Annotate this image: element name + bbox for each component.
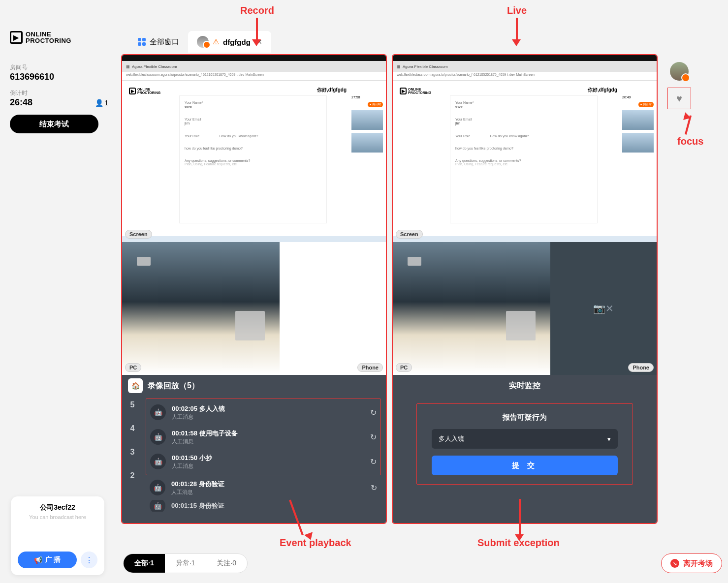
record-footer: 🏠 录像回放（5） 5 4 3 2 🤖 00:02:05 多人入镜人工消息 ↻ … [122,375,386,524]
camera-area-live: PC 📷✕ Phone [393,242,657,375]
heart-icon: ♥ [676,93,682,104]
greeting: 你好,dfgfgdg [317,87,347,93]
bot-icon: 🤖 [150,500,165,512]
broadcast-button[interactable]: 📢 广 播 [18,552,77,568]
screen-share-record: ▦Agora Flexible Classroom web.flexiblecl… [122,55,386,242]
bot-icon: 🤖 [150,454,166,469]
record-playback-title: 录像回放（5） [148,381,199,391]
phone-cam-badge: Phone [357,363,383,372]
logo-icon: ▶ [10,31,23,44]
bot-icon: 🤖 [150,480,165,495]
phone-cam-badge: Phone [628,363,654,372]
participant-count: 👤 1 [95,99,108,107]
avatar [197,36,209,48]
screen-badge: Screen [396,230,423,239]
event-index: 4 [126,424,139,433]
broadcast-placeholder: You can broadcast here [18,514,97,520]
warning-icon: ⚠ [213,37,219,46]
leave-room-button[interactable]: ↘ 离开考场 [661,553,722,573]
submit-report-button[interactable]: 提 交 [432,456,618,475]
exam-form: Your Name*ewe Your Emailjim Your RoleHow… [450,95,598,223]
annotation-event-playback: Event playback [280,537,351,549]
live-monitor-title: 实时监控 [393,375,657,397]
event-row[interactable]: 🤖 00:01:15 身份验证 [146,500,381,512]
event-index: 5 [126,400,139,409]
annotation-live: Live [507,5,527,16]
event-row[interactable]: 🤖 00:01:50 小抄人工消息 ↻ [146,449,380,474]
replay-icon[interactable]: ↻ [371,483,377,492]
bot-icon: 🤖 [150,429,166,445]
report-suspicious-box: 报告可疑行为 多人入镜 ▾ 提 交 [416,403,633,485]
broadcast-card: 公司3ecf22 You can broadcast here 📢 广 播 ⋮ [11,496,104,575]
app-logo: ▶ ONLINE PROCTORING [10,31,108,44]
event-index: 2 [126,471,139,480]
replay-icon[interactable]: ↻ [370,432,377,442]
room-id-label: 房间号 [10,63,108,72]
leave-icon: ↘ [670,559,679,568]
event-row[interactable]: 🤖 00:01:28 身份验证人工消息 ↻ [146,475,381,500]
grid-icon [138,38,146,46]
annotation-focus: focus [677,136,703,147]
broadcast-more-button[interactable]: ⋮ [81,552,97,568]
event-index: 3 [126,448,139,457]
bot-icon: 🤖 [150,404,166,420]
student-avatar-thumb[interactable] [670,62,689,81]
camera-off-icon: 📷✕ [593,303,614,314]
countdown-label: 倒计时 [10,89,108,97]
pc-cam-badge: PC [396,363,412,372]
annotation-record: Record [240,5,274,16]
screen-badge: Screen [125,230,152,239]
end-exam-button[interactable]: 结束考试 [10,115,98,133]
camera-area-record: PC Phone [122,242,386,375]
event-row[interactable]: 🤖 00:02:05 多人入镜人工消息 ↻ [146,400,380,425]
filter-followed[interactable]: 关注·0 [206,554,247,573]
window-tabs: 全部窗口 ⚠ dfgfgdg ✕ [129,31,271,53]
person-icon: 👤 [95,99,103,107]
focus-button[interactable]: ♥ [667,88,691,109]
tab-all-windows[interactable]: 全部窗口 [129,31,188,53]
broadcast-title: 公司3ecf22 [18,503,97,512]
filter-abnormal[interactable]: 异常·1 [165,554,206,573]
event-playback-list: 🤖 00:02:05 多人入镜人工消息 ↻ 🤖 00:01:58 使用电子设备人… [146,399,381,475]
live-footer: 实时监控 报告可疑行为 多人入镜 ▾ 提 交 [393,375,657,524]
replay-icon[interactable]: ↻ [370,408,377,417]
report-title: 报告可疑行为 [432,413,618,422]
event-row[interactable]: 🤖 00:01:58 使用电子设备人工消息 ↻ [146,425,380,449]
record-panel: ▦Agora Flexible Classroom web.flexiblecl… [121,54,387,524]
greeting: 你好,dfgfgdg [588,87,617,93]
megaphone-icon: 📢 [34,556,42,564]
exam-form: Your Name*ewe Your Emailjim Your RoleHow… [179,95,327,223]
live-panel: ▦Agora Flexible Classroom web.flexiblecl… [392,54,658,524]
room-id: 613696610 [10,72,108,82]
chevron-down-icon: ▾ [607,435,611,443]
pc-cam-badge: PC [125,363,141,372]
replay-icon[interactable]: ↻ [370,457,377,466]
filter-all[interactable]: 全部·1 [124,554,165,573]
filter-segments: 全部·1 异常·1 关注·0 [123,553,248,573]
behavior-dropdown[interactable]: 多人入镜 ▾ [432,429,618,449]
countdown-value: 26:48 [10,97,32,108]
screen-share-live: ▦Agora Flexible Classroom web.flexiblecl… [393,55,657,242]
home-button[interactable]: 🏠 [128,378,143,393]
